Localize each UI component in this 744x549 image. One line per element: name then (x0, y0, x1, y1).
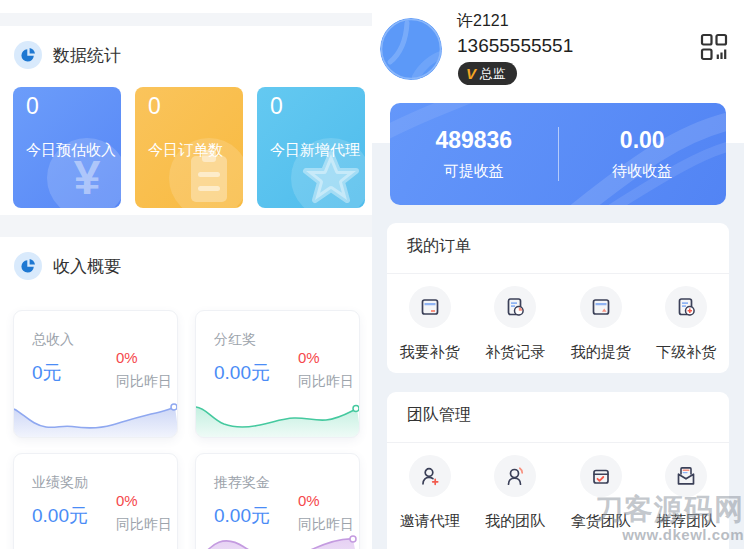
income-card-title: 业绩奖励 (32, 474, 88, 492)
sub-restock-icon (665, 286, 707, 328)
team-item-my-team[interactable]: 我的团队 (473, 455, 559, 531)
orders-item-pickup[interactable]: 我的提货 (558, 286, 644, 362)
badge-v-icon: V (466, 65, 476, 82)
balance-card: 489836 可提收益 0.00 待收收益 (390, 103, 726, 205)
sparkline-chart (196, 399, 360, 437)
orders-panel: 我的订单 我要补货 (387, 223, 729, 373)
pending-balance[interactable]: 0.00 待收收益 (559, 103, 727, 205)
stat-card-new-agents: 0 今日新增代理 (257, 87, 365, 208)
income-card-performance[interactable]: 业绩奖励 0.00元 0% 同比昨日 (13, 453, 178, 549)
restock-history-icon (494, 286, 536, 328)
stat-card-order-count: 0 今日订单数 (135, 87, 243, 208)
referral-team-icon (665, 455, 707, 497)
section-separator (0, 13, 372, 26)
orders-item-label: 补货记录 (485, 343, 545, 362)
pending-value: 0.00 (620, 127, 665, 154)
team-item-label: 推荐团队 (656, 512, 716, 531)
pie-chart-icon (14, 252, 42, 280)
stat-card-estimated-income: 0 今日预估收入 ¥ (13, 87, 121, 208)
stat-value: 0 (26, 93, 39, 120)
income-card-percent: 0% (116, 349, 172, 366)
pickup-icon (580, 286, 622, 328)
restock-icon (409, 286, 451, 328)
clipboard-icon (161, 130, 243, 208)
invite-agent-icon (409, 455, 451, 497)
team-item-label: 我的团队 (485, 512, 545, 531)
sparkline-chart (14, 399, 178, 437)
income-card-percent: 0% (298, 492, 354, 509)
supply-team-icon (580, 455, 622, 497)
team-item-supply-team[interactable]: 拿货团队 (558, 455, 644, 531)
orders-item-label: 我的提货 (571, 343, 631, 362)
orders-item-restock[interactable]: 我要补货 (387, 286, 473, 362)
divider (387, 273, 729, 274)
orders-item-label: 下级补货 (656, 343, 716, 362)
orders-item-label: 我要补货 (400, 343, 460, 362)
star-icon (283, 130, 365, 208)
income-card-referral[interactable]: 推荐奖金 0.00元 0% 同比昨日 (195, 453, 360, 549)
team-panel-title: 团队管理 (407, 405, 471, 426)
orders-panel-title: 我的订单 (407, 236, 471, 257)
avatar[interactable] (380, 18, 442, 80)
app-screen: 数据统计 0 今日预估收入 ¥ 0 今日订单数 0 今日新增代理 (0, 0, 744, 549)
dashboard-grid-icon[interactable] (700, 33, 728, 67)
income-card-percent: 0% (298, 349, 354, 366)
svg-text:¥: ¥ (74, 151, 101, 204)
user-phone: 13655555551 (457, 35, 573, 57)
income-card-title: 总收入 (32, 331, 74, 349)
stats-section-header: 数据统计 (14, 41, 121, 69)
income-section-header: 收入概要 (14, 252, 121, 280)
sparkline-chart (196, 532, 360, 549)
income-card-compare: 同比昨日 (116, 516, 172, 534)
stat-value: 0 (270, 93, 283, 120)
orders-item-sub-restock[interactable]: 下级补货 (644, 286, 730, 362)
income-card-total[interactable]: 总收入 0元 0% 同比昨日 (13, 310, 178, 438)
section-separator (0, 215, 372, 237)
yen-coin-icon: ¥ (39, 130, 121, 208)
team-item-label: 拿货团队 (571, 512, 631, 531)
team-item-invite-agent[interactable]: 邀请代理 (387, 455, 473, 531)
income-card-value: 0.00元 (32, 503, 88, 529)
income-section-title: 收入概要 (53, 255, 121, 278)
income-card-value: 0元 (32, 360, 62, 386)
income-card-value: 0.00元 (214, 503, 270, 529)
withdrawable-balance[interactable]: 489836 可提收益 (390, 103, 558, 205)
withdrawable-value: 489836 (435, 127, 512, 154)
team-item-referral-team[interactable]: 推荐团队 (644, 455, 730, 531)
income-card-value: 0.00元 (214, 360, 270, 386)
badge-label: 总监 (480, 65, 506, 83)
my-team-icon (494, 455, 536, 497)
income-card-dividend[interactable]: 分红奖 0.00元 0% 同比昨日 (195, 310, 360, 438)
orders-item-restock-history[interactable]: 补货记录 (473, 286, 559, 362)
divider (387, 442, 729, 443)
level-badge: V 总监 (458, 62, 517, 85)
withdrawable-label: 可提收益 (444, 162, 504, 181)
income-card-percent: 0% (116, 492, 172, 509)
team-panel: 团队管理 邀请代理 (387, 392, 729, 549)
pie-chart-icon (14, 41, 42, 69)
user-name: 许2121 (457, 11, 509, 32)
income-card-compare: 同比昨日 (116, 373, 172, 391)
pending-label: 待收收益 (612, 162, 672, 181)
income-card-title: 推荐奖金 (214, 474, 270, 492)
income-card-compare: 同比昨日 (298, 373, 354, 391)
stat-value: 0 (148, 93, 161, 120)
stats-section-title: 数据统计 (53, 44, 121, 67)
team-item-label: 邀请代理 (400, 512, 460, 531)
income-card-title: 分红奖 (214, 331, 256, 349)
